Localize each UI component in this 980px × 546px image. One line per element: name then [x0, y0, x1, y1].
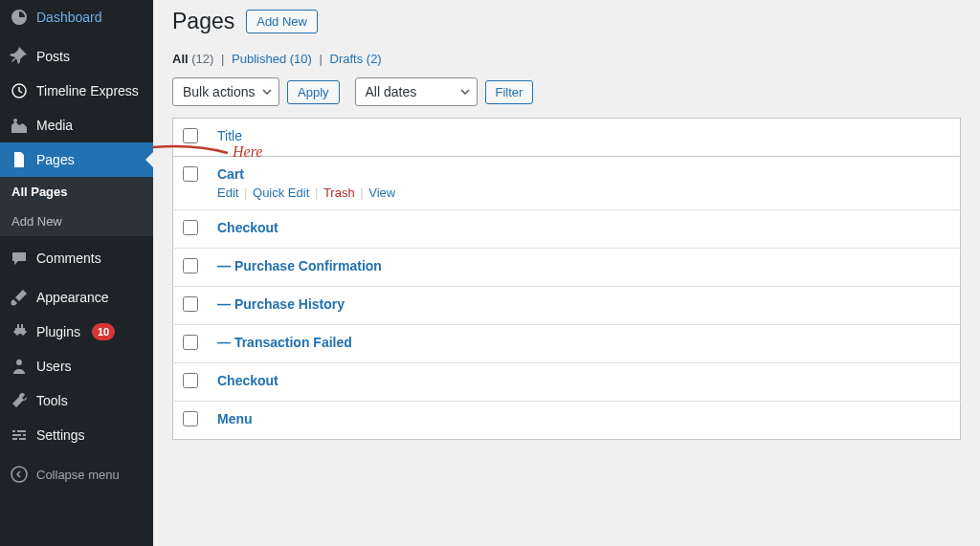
edit-link[interactable]: Edit [217, 186, 238, 200]
sidebar-item-label: Plugins [36, 324, 80, 339]
clock-icon [10, 81, 29, 100]
row-checkbox[interactable] [183, 220, 198, 235]
sidebar-item-label: Timeline Express [36, 83, 139, 98]
row-title-link[interactable]: — Purchase Confirmation [217, 258, 382, 273]
sidebar-item-dashboard[interactable]: Dashboard [0, 0, 153, 34]
add-new-button[interactable]: Add New [246, 10, 318, 33]
title-column-header[interactable]: Title [208, 119, 961, 157]
sidebar-item-plugins[interactable]: Plugins 10 [0, 315, 153, 349]
sidebar-item-label: Tools [36, 393, 68, 408]
page-title: Pages [172, 9, 234, 34]
table-row: Checkout [173, 363, 961, 402]
sidebar-item-label: Posts [36, 49, 70, 64]
row-title-link[interactable]: Checkout [217, 373, 278, 388]
sidebar-item-tools[interactable]: Tools [0, 383, 153, 418]
table-row: Checkout [173, 210, 961, 249]
collapse-label: Collapse menu [36, 468, 120, 482]
sidebar-item-label: Comments [36, 251, 101, 266]
table-row: Menu [173, 402, 961, 440]
table-row: CartEdit | Quick Edit | Trash | View [173, 157, 961, 210]
row-checkbox[interactable] [183, 373, 198, 388]
sliders-icon [10, 426, 29, 445]
date-filter-select[interactable]: All dates [355, 77, 478, 106]
sidebar-item-label: Appearance [36, 290, 109, 305]
sidebar-item-settings[interactable]: Settings [0, 418, 153, 452]
row-checkbox[interactable] [183, 296, 198, 312]
sidebar-item-label: Dashboard [36, 10, 102, 25]
collapse-icon [10, 465, 29, 484]
sidebar-item-comments[interactable]: Comments [0, 241, 153, 275]
view-link[interactable]: View [368, 186, 395, 200]
row-title-link[interactable]: Menu [217, 411, 253, 426]
sidebar-item-label: Media [36, 118, 73, 133]
dashboard-icon [10, 8, 29, 27]
sidebar-item-label: Pages [36, 152, 75, 167]
brush-icon [10, 288, 29, 307]
sidebar-submenu: All Pages Add New [0, 177, 153, 236]
sidebar-item-timeline-express[interactable]: Timeline Express [0, 74, 153, 108]
sidebar-item-media[interactable]: Media [0, 108, 153, 142]
sidebar-item-pages[interactable]: Pages [0, 142, 153, 177]
row-checkbox[interactable] [183, 411, 198, 426]
media-icon [10, 116, 29, 135]
svg-point-1 [16, 360, 22, 365]
wrench-icon [10, 391, 29, 410]
filter-published[interactable]: Published (10) [232, 52, 312, 66]
row-checkbox[interactable] [183, 258, 198, 273]
pin-icon [10, 47, 29, 66]
pages-table: Title CartEdit | Quick Edit | Trash | Vi… [172, 118, 961, 440]
row-title-link[interactable]: Checkout [217, 220, 278, 235]
table-row: — Purchase History [173, 287, 961, 325]
trash-link[interactable]: Trash [323, 186, 355, 200]
select-all-col [173, 119, 209, 157]
sidebar-item-label: Settings [36, 427, 85, 443]
select-all-checkbox[interactable] [183, 128, 198, 143]
row-title-link[interactable]: Cart [217, 166, 244, 182]
quick-edit-link[interactable]: Quick Edit [253, 186, 309, 200]
row-checkbox[interactable] [183, 166, 198, 182]
filter-drafts[interactable]: Drafts (2) [330, 52, 382, 66]
main-content: Here Pages Add New All (12) | Published … [153, 0, 980, 546]
bulk-actions-select[interactable]: Bulk actions [172, 77, 279, 106]
sidebar-item-appearance[interactable]: Appearance [0, 280, 153, 315]
svg-point-2 [11, 467, 27, 482]
page-icon [10, 150, 29, 169]
row-title-link[interactable]: — Purchase History [217, 296, 345, 312]
table-row: — Transaction Failed [173, 325, 961, 363]
comment-icon [10, 249, 29, 268]
user-icon [10, 357, 29, 376]
submenu-add-new[interactable]: Add New [0, 207, 153, 236]
plug-icon [10, 322, 29, 341]
apply-button[interactable]: Apply [287, 80, 340, 104]
filter-button[interactable]: Filter [485, 80, 534, 104]
row-title-link[interactable]: — Transaction Failed [217, 335, 352, 350]
plugins-badge: 10 [92, 323, 115, 340]
row-checkbox[interactable] [183, 335, 198, 350]
sidebar-item-posts[interactable]: Posts [0, 39, 153, 74]
submenu-all-pages[interactable]: All Pages [0, 177, 153, 207]
filter-all[interactable]: All [172, 52, 189, 66]
row-actions: Edit | Quick Edit | Trash | View [217, 186, 950, 200]
sidebar-item-label: Users [36, 359, 72, 374]
sidebar-item-users[interactable]: Users [0, 349, 153, 383]
filter-links: All (12) | Published (10) | Drafts (2) [172, 52, 961, 66]
admin-sidebar: Dashboard Posts Timeline Express Media P… [0, 0, 153, 546]
tablenav-top: Bulk actions Apply All dates Filter [172, 77, 961, 106]
collapse-menu[interactable]: Collapse menu [0, 457, 153, 491]
table-row: — Purchase Confirmation [173, 249, 961, 287]
